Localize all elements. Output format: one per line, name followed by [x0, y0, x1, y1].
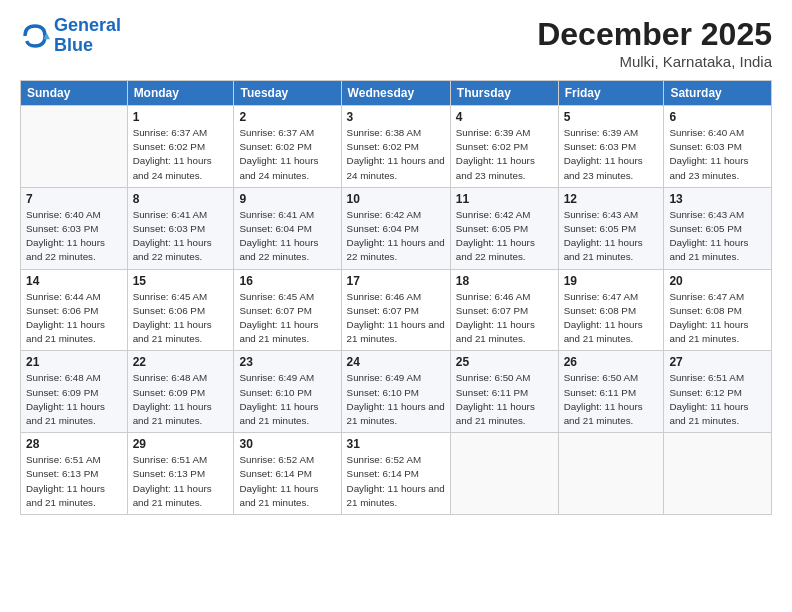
cell-w1-d5: 5 Sunrise: 6:39 AM Sunset: 6:03 PM Dayli…	[558, 106, 664, 188]
cell-w4-d0: 21 Sunrise: 6:48 AM Sunset: 6:09 PM Dayl…	[21, 351, 128, 433]
day-number: 14	[26, 274, 122, 288]
cell-w1-d0	[21, 106, 128, 188]
cell-w4-d1: 22 Sunrise: 6:48 AM Sunset: 6:09 PM Dayl…	[127, 351, 234, 433]
cell-w4-d2: 23 Sunrise: 6:49 AM Sunset: 6:10 PM Dayl…	[234, 351, 341, 433]
location: Mulki, Karnataka, India	[537, 53, 772, 70]
day-info: Sunrise: 6:38 AM Sunset: 6:02 PM Dayligh…	[347, 126, 445, 183]
week-row-4: 21 Sunrise: 6:48 AM Sunset: 6:09 PM Dayl…	[21, 351, 772, 433]
col-wednesday: Wednesday	[341, 81, 450, 106]
day-info: Sunrise: 6:39 AM Sunset: 6:02 PM Dayligh…	[456, 126, 553, 183]
day-info: Sunrise: 6:47 AM Sunset: 6:08 PM Dayligh…	[669, 290, 766, 347]
cell-w1-d2: 2 Sunrise: 6:37 AM Sunset: 6:02 PM Dayli…	[234, 106, 341, 188]
day-info: Sunrise: 6:45 AM Sunset: 6:06 PM Dayligh…	[133, 290, 229, 347]
cell-w1-d6: 6 Sunrise: 6:40 AM Sunset: 6:03 PM Dayli…	[664, 106, 772, 188]
day-number: 27	[669, 355, 766, 369]
day-number: 1	[133, 110, 229, 124]
day-number: 4	[456, 110, 553, 124]
day-number: 31	[347, 437, 445, 451]
cell-w4-d4: 25 Sunrise: 6:50 AM Sunset: 6:11 PM Dayl…	[450, 351, 558, 433]
col-thursday: Thursday	[450, 81, 558, 106]
day-number: 26	[564, 355, 659, 369]
cell-w2-d6: 13 Sunrise: 6:43 AM Sunset: 6:05 PM Dayl…	[664, 187, 772, 269]
day-number: 2	[239, 110, 335, 124]
day-number: 18	[456, 274, 553, 288]
cell-w5-d4	[450, 433, 558, 515]
day-info: Sunrise: 6:50 AM Sunset: 6:11 PM Dayligh…	[564, 371, 659, 428]
day-number: 12	[564, 192, 659, 206]
day-info: Sunrise: 6:37 AM Sunset: 6:02 PM Dayligh…	[133, 126, 229, 183]
day-info: Sunrise: 6:51 AM Sunset: 6:12 PM Dayligh…	[669, 371, 766, 428]
cell-w3-d1: 15 Sunrise: 6:45 AM Sunset: 6:06 PM Dayl…	[127, 269, 234, 351]
week-row-2: 7 Sunrise: 6:40 AM Sunset: 6:03 PM Dayli…	[21, 187, 772, 269]
day-info: Sunrise: 6:44 AM Sunset: 6:06 PM Dayligh…	[26, 290, 122, 347]
cell-w5-d5	[558, 433, 664, 515]
logo: General Blue	[20, 16, 121, 56]
logo-general: General	[54, 15, 121, 35]
week-row-3: 14 Sunrise: 6:44 AM Sunset: 6:06 PM Dayl…	[21, 269, 772, 351]
day-number: 15	[133, 274, 229, 288]
day-number: 21	[26, 355, 122, 369]
day-number: 7	[26, 192, 122, 206]
day-info: Sunrise: 6:51 AM Sunset: 6:13 PM Dayligh…	[133, 453, 229, 510]
cell-w5-d0: 28 Sunrise: 6:51 AM Sunset: 6:13 PM Dayl…	[21, 433, 128, 515]
day-number: 17	[347, 274, 445, 288]
day-number: 30	[239, 437, 335, 451]
cell-w1-d4: 4 Sunrise: 6:39 AM Sunset: 6:02 PM Dayli…	[450, 106, 558, 188]
logo-text: General Blue	[54, 16, 121, 56]
day-number: 23	[239, 355, 335, 369]
day-info: Sunrise: 6:50 AM Sunset: 6:11 PM Dayligh…	[456, 371, 553, 428]
col-saturday: Saturday	[664, 81, 772, 106]
day-info: Sunrise: 6:46 AM Sunset: 6:07 PM Dayligh…	[347, 290, 445, 347]
logo-icon	[20, 21, 50, 51]
day-info: Sunrise: 6:49 AM Sunset: 6:10 PM Dayligh…	[347, 371, 445, 428]
cell-w5-d3: 31 Sunrise: 6:52 AM Sunset: 6:14 PM Dayl…	[341, 433, 450, 515]
cell-w4-d6: 27 Sunrise: 6:51 AM Sunset: 6:12 PM Dayl…	[664, 351, 772, 433]
week-row-1: 1 Sunrise: 6:37 AM Sunset: 6:02 PM Dayli…	[21, 106, 772, 188]
day-number: 13	[669, 192, 766, 206]
header: General Blue December 2025 Mulki, Karnat…	[20, 16, 772, 70]
day-info: Sunrise: 6:45 AM Sunset: 6:07 PM Dayligh…	[239, 290, 335, 347]
cell-w5-d1: 29 Sunrise: 6:51 AM Sunset: 6:13 PM Dayl…	[127, 433, 234, 515]
col-sunday: Sunday	[21, 81, 128, 106]
day-number: 10	[347, 192, 445, 206]
cell-w5-d6	[664, 433, 772, 515]
cell-w2-d2: 9 Sunrise: 6:41 AM Sunset: 6:04 PM Dayli…	[234, 187, 341, 269]
col-monday: Monday	[127, 81, 234, 106]
day-info: Sunrise: 6:49 AM Sunset: 6:10 PM Dayligh…	[239, 371, 335, 428]
day-info: Sunrise: 6:37 AM Sunset: 6:02 PM Dayligh…	[239, 126, 335, 183]
col-friday: Friday	[558, 81, 664, 106]
day-number: 9	[239, 192, 335, 206]
day-number: 20	[669, 274, 766, 288]
col-tuesday: Tuesday	[234, 81, 341, 106]
cell-w1-d3: 3 Sunrise: 6:38 AM Sunset: 6:02 PM Dayli…	[341, 106, 450, 188]
day-info: Sunrise: 6:40 AM Sunset: 6:03 PM Dayligh…	[26, 208, 122, 265]
cell-w4-d5: 26 Sunrise: 6:50 AM Sunset: 6:11 PM Dayl…	[558, 351, 664, 433]
day-info: Sunrise: 6:43 AM Sunset: 6:05 PM Dayligh…	[669, 208, 766, 265]
cell-w3-d6: 20 Sunrise: 6:47 AM Sunset: 6:08 PM Dayl…	[664, 269, 772, 351]
day-info: Sunrise: 6:41 AM Sunset: 6:03 PM Dayligh…	[133, 208, 229, 265]
day-info: Sunrise: 6:39 AM Sunset: 6:03 PM Dayligh…	[564, 126, 659, 183]
cell-w2-d4: 11 Sunrise: 6:42 AM Sunset: 6:05 PM Dayl…	[450, 187, 558, 269]
cell-w3-d0: 14 Sunrise: 6:44 AM Sunset: 6:06 PM Dayl…	[21, 269, 128, 351]
day-number: 25	[456, 355, 553, 369]
cell-w4-d3: 24 Sunrise: 6:49 AM Sunset: 6:10 PM Dayl…	[341, 351, 450, 433]
day-info: Sunrise: 6:52 AM Sunset: 6:14 PM Dayligh…	[347, 453, 445, 510]
title-block: December 2025 Mulki, Karnataka, India	[537, 16, 772, 70]
week-row-5: 28 Sunrise: 6:51 AM Sunset: 6:13 PM Dayl…	[21, 433, 772, 515]
day-number: 3	[347, 110, 445, 124]
cell-w3-d4: 18 Sunrise: 6:46 AM Sunset: 6:07 PM Dayl…	[450, 269, 558, 351]
day-number: 19	[564, 274, 659, 288]
day-info: Sunrise: 6:41 AM Sunset: 6:04 PM Dayligh…	[239, 208, 335, 265]
cell-w2-d1: 8 Sunrise: 6:41 AM Sunset: 6:03 PM Dayli…	[127, 187, 234, 269]
day-info: Sunrise: 6:48 AM Sunset: 6:09 PM Dayligh…	[133, 371, 229, 428]
cell-w2-d5: 12 Sunrise: 6:43 AM Sunset: 6:05 PM Dayl…	[558, 187, 664, 269]
cell-w5-d2: 30 Sunrise: 6:52 AM Sunset: 6:14 PM Dayl…	[234, 433, 341, 515]
day-info: Sunrise: 6:47 AM Sunset: 6:08 PM Dayligh…	[564, 290, 659, 347]
day-number: 29	[133, 437, 229, 451]
cell-w2-d3: 10 Sunrise: 6:42 AM Sunset: 6:04 PM Dayl…	[341, 187, 450, 269]
day-number: 6	[669, 110, 766, 124]
day-number: 22	[133, 355, 229, 369]
cell-w3-d5: 19 Sunrise: 6:47 AM Sunset: 6:08 PM Dayl…	[558, 269, 664, 351]
day-info: Sunrise: 6:42 AM Sunset: 6:04 PM Dayligh…	[347, 208, 445, 265]
day-number: 5	[564, 110, 659, 124]
